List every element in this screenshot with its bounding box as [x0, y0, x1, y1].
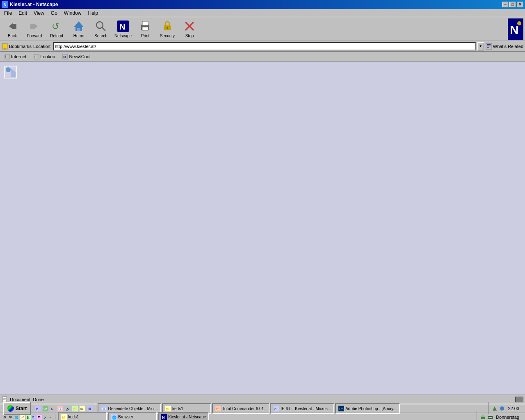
ql-icon-2[interactable]: W	[42, 405, 49, 412]
svg-rect-23	[486, 43, 492, 49]
ql2-icon-4[interactable]: 📝	[20, 415, 25, 420]
toolbar-newcool[interactable]: N New&Cool	[59, 52, 93, 61]
menu-view[interactable]: View	[30, 9, 48, 17]
bookmarks-label: Bookmarks	[9, 44, 32, 49]
back-button[interactable]: Back	[2, 18, 23, 40]
task-keds1-bottom-label: keds1	[68, 415, 79, 419]
home-button[interactable]: Home	[68, 18, 89, 40]
svg-line-8	[102, 27, 105, 31]
task-keds1-top-label: keds1	[172, 406, 183, 411]
svg-text:📁: 📁	[166, 407, 170, 411]
tray2-icon-2	[487, 414, 493, 420]
forward-button[interactable]: Forward	[24, 18, 45, 40]
svg-text:N: N	[63, 55, 66, 59]
reload-icon: ↺	[50, 20, 63, 33]
stop-label: Stop	[185, 34, 194, 38]
menu-file[interactable]: File	[1, 9, 15, 17]
internet-icon: i	[5, 54, 10, 59]
ql2-icon-7[interactable]: 🖼	[37, 415, 42, 420]
stop-button[interactable]: Stop	[179, 18, 200, 40]
search-button[interactable]: Search	[90, 18, 112, 40]
whats-related-label: What's Related	[493, 44, 523, 49]
search-label: Search	[94, 34, 107, 38]
lookup-icon: L	[34, 54, 39, 59]
svg-text:🌐: 🌐	[112, 415, 117, 420]
menu-go[interactable]: Go	[48, 9, 61, 17]
bookmarks-button[interactable]: Bookmarks	[2, 43, 32, 50]
task-photoshop-icon: Ps	[338, 406, 344, 411]
window-title: Kiesler.at - Netscape	[10, 2, 58, 7]
ql2-icon-2[interactable]: ✉	[9, 415, 14, 420]
ql2-icon-1[interactable]: ⚙	[3, 415, 8, 420]
tray2-icon-1	[479, 414, 486, 420]
menu-window[interactable]: Window	[61, 9, 85, 17]
title-bar-buttons: ─ □ ✕	[502, 2, 523, 7]
security-status-icon	[515, 397, 523, 402]
task-total-commander-icon: 📂	[215, 406, 221, 411]
svg-rect-6	[77, 28, 80, 31]
ql-icon-8[interactable]: 🖥	[87, 405, 93, 412]
svg-point-35	[6, 67, 11, 72]
ql-icon-7[interactable]: ✉	[79, 405, 86, 412]
minimize-button[interactable]: ─	[502, 2, 509, 7]
ql2-icon-6[interactable]: X	[32, 415, 37, 420]
url-dropdown-button[interactable]: ▼	[477, 42, 484, 50]
toolbar-lookup[interactable]: L Lookup	[31, 52, 58, 61]
ql-icon-4[interactable]: 📧	[57, 405, 64, 412]
svg-text:L: L	[34, 55, 37, 59]
security-label: Security	[160, 34, 175, 38]
close-button[interactable]: ✕	[517, 2, 523, 7]
svg-rect-1	[13, 24, 16, 29]
netscape-logo: N	[508, 18, 523, 40]
ql2-icon-8[interactable]: 🔊	[43, 415, 48, 420]
reload-label: Reload	[50, 34, 63, 38]
taskbar: Start e W N 📧 🔊 📁 ✉	[0, 404, 525, 420]
ql-icon-5[interactable]: 🔊	[64, 405, 71, 412]
reload-button[interactable]: ↺ Reload	[46, 18, 67, 40]
back-label: Back	[8, 34, 17, 38]
svg-text:🖼: 🖼	[38, 416, 41, 419]
ql2-icon-5[interactable]: 🗑	[26, 415, 31, 420]
task-photoshop-label: Adobe Photoshop - [Amay...	[345, 406, 396, 411]
back-icon	[6, 20, 19, 33]
ql2-icon-9[interactable]: ✓	[49, 415, 54, 420]
whats-related-button[interactable]: What's Related	[486, 43, 523, 50]
svg-text:N: N	[51, 407, 54, 411]
svg-text:W: W	[43, 407, 47, 411]
svg-text:📁: 📁	[62, 415, 66, 420]
stop-icon	[183, 20, 196, 33]
lookup-label: Lookup	[40, 54, 55, 59]
print-button[interactable]: Print	[135, 18, 156, 40]
svg-text:i: i	[5, 55, 6, 59]
toolbar-internet[interactable]: i Internet	[2, 52, 29, 61]
svg-marker-0	[9, 23, 13, 30]
menu-help[interactable]: Help	[85, 9, 102, 17]
svg-text:📁: 📁	[73, 406, 78, 411]
menu-bar: File Edit View Go Window Help	[0, 9, 525, 17]
svg-point-7	[96, 22, 103, 28]
ql-icon-3[interactable]: N	[50, 405, 56, 412]
task-total-commander-label: Total Commander 6.01 -	[222, 406, 266, 411]
ql-icon-1[interactable]: e	[35, 405, 41, 412]
task-keds1-bottom[interactable]: 📁 keds1	[58, 412, 107, 420]
security-button[interactable]: Security	[157, 18, 178, 40]
task-ie6-icon: e	[274, 406, 279, 411]
ql-icon-6[interactable]: 📁	[72, 405, 78, 412]
task-browser[interactable]: 🌐 Browser	[108, 412, 157, 420]
svg-text:Ps: Ps	[339, 407, 344, 411]
menu-edit[interactable]: Edit	[15, 9, 30, 17]
svg-text:N: N	[510, 23, 519, 37]
location-label: Location:	[33, 44, 52, 49]
maximize-button[interactable]: □	[509, 2, 516, 7]
url-input[interactable]	[53, 42, 476, 50]
task-browser-icon: 🌐	[111, 414, 117, 420]
status-text: Document: Done	[10, 397, 44, 402]
tray-area-row2: Donnerstag	[477, 411, 523, 420]
svg-text:✉: ✉	[80, 407, 84, 411]
ql2-icon-3[interactable]: 🌐	[14, 415, 19, 420]
page-icon	[4, 66, 17, 79]
svg-rect-13	[142, 27, 148, 30]
netscape-button[interactable]: N Netscape	[112, 18, 134, 40]
task-kiesler-netscape[interactable]: N Kiesler.at - Netscape	[158, 412, 209, 420]
svg-text:⚙: ⚙	[3, 415, 6, 419]
